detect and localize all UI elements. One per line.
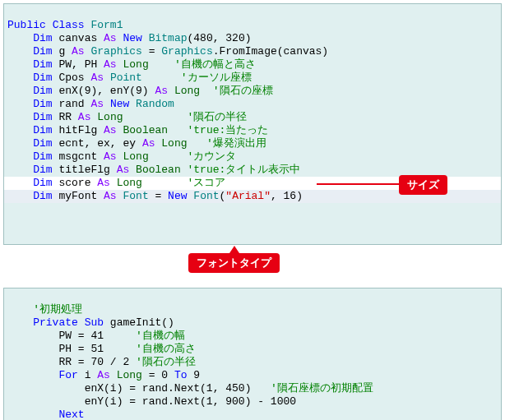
code-line: enY(i) = rand.Next(1, 900) - 1000 (7, 395, 296, 408)
code-line: Next (7, 408, 85, 420)
annotation-row: フォントタイプ (3, 248, 502, 279)
code-block-1: Public Class Form1 Dim canvas As New Bit… (3, 3, 502, 245)
code-line: '初期処理 (7, 303, 82, 316)
code-line: PW = 41 '自機の幅 (7, 330, 185, 342)
arrow-up-icon (229, 246, 239, 253)
code-line: Dim rand As New Random (7, 98, 174, 110)
code-line: Dim Cpos As Point 'カーソル座標 (7, 72, 252, 84)
code-line: For i As Long = 0 To 9 (7, 369, 200, 381)
code-line: Dim PW, PH As Long '自機の幅と高さ (7, 58, 256, 71)
code-line: Dim canvas As New Bitmap(480, 320) (7, 32, 252, 44)
code-line: Dim titleFlg As Boolean 'true:タイトル表示中 (7, 164, 300, 176)
code-line: Dim enX(9), enY(9) As Long '隕石の座標 (7, 85, 273, 97)
callout-font-type: フォントタイプ (188, 253, 280, 273)
code-line: Dim hitFlg As Boolean 'true:当たった (7, 124, 268, 136)
callout-size: サイズ (399, 175, 447, 195)
svg-marker-0 (229, 246, 239, 253)
code-line: Dim ecnt, ex, ey As Long '爆発演出用 (7, 137, 266, 150)
code-line: Private Sub gameInit() (7, 316, 174, 329)
code-line: Public Class Form1 (7, 19, 123, 31)
code-line: RR = 70 / 2 '隕石の半径 (7, 356, 196, 368)
code-line: Dim RR As Long '隕石の半径 (7, 111, 247, 123)
size-connector-line (317, 183, 399, 185)
code-line: PH = 51 '自機の高さ (7, 343, 196, 355)
code-line: enX(i) = rand.Next(1, 450) '隕石座標の初期配置 (7, 382, 373, 395)
code-line: Dim g As Graphics = Graphics.FromImage(c… (7, 45, 328, 58)
code-block-2: '初期処理 Private Sub gameInit() PW = 41 '自機… (3, 288, 502, 420)
code-line: Dim msgcnt As Long 'カウンタ (7, 150, 236, 163)
